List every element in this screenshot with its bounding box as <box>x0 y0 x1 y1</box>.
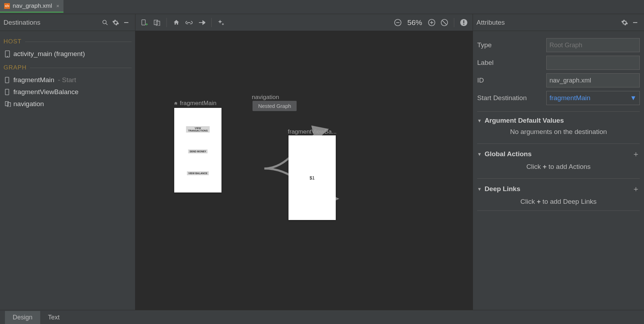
svg-rect-6 <box>5 89 9 95</box>
attr-label-label: Label <box>477 59 543 67</box>
svg-line-1 <box>106 23 108 25</box>
chevron-down-icon: ▼ <box>630 94 637 102</box>
host-item-label: activity_main (fragment) <box>13 50 85 58</box>
bottom-tab-bar: Design Text <box>0 310 644 324</box>
tab-text[interactable]: Text <box>40 311 67 324</box>
minimize-icon[interactable] <box>121 17 132 28</box>
collapse-triangle-icon: ▼ <box>477 118 482 123</box>
graph-item-name: fragmentViewBalance <box>13 88 78 96</box>
fragmentmain-preview[interactable]: VIEW TRANSACTIONS SEND MONEY VIEW BALANC… <box>174 108 221 192</box>
graph-item-navigation[interactable]: navigation <box>4 98 132 110</box>
arrow-right-icon[interactable] <box>196 17 207 28</box>
home-icon[interactable] <box>171 17 182 28</box>
navigation-label: navigation <box>252 94 279 101</box>
argument-default-values-header[interactable]: ▼ Argument Default Values <box>477 111 640 124</box>
host-section-label: HOST <box>4 38 132 45</box>
device-icon <box>5 77 10 83</box>
svg-rect-7 <box>5 102 8 106</box>
mini-button-viewbalance: VIEW BALANCE <box>187 171 209 175</box>
global-actions-header[interactable]: ▼ Global Actions ＋ <box>477 143 640 159</box>
attr-type-label: Type <box>477 41 543 49</box>
add-deep-link-icon[interactable]: ＋ <box>632 184 640 194</box>
collapse-triangle-icon: ▼ <box>477 187 482 192</box>
attributes-header: Attributes <box>473 14 644 31</box>
new-destination-icon[interactable] <box>139 17 150 28</box>
mini-button-viewtransactions: VIEW TRANSACTIONS <box>186 126 210 133</box>
design-canvas-panel: 56% <box>135 14 473 310</box>
host-item-activity-main[interactable]: activity_main (fragment) <box>4 48 132 60</box>
attr-startdest-select[interactable]: fragmentMain ▼ <box>546 91 640 105</box>
destinations-title: Destinations <box>4 19 100 26</box>
deep-links-hint: Click + to add Deep Links <box>477 194 640 211</box>
svg-point-0 <box>103 20 106 24</box>
balance-value: $1 <box>310 175 315 181</box>
xml-file-icon: </> <box>4 3 10 9</box>
design-canvas[interactable]: fragmentMain VIEW TRANSACTIONS SEND MONE… <box>135 31 473 310</box>
svg-marker-15 <box>203 21 205 24</box>
graph-item-suffix: - Start <box>58 76 76 84</box>
attr-id-input[interactable] <box>546 73 640 87</box>
graph-item-fragmentviewbalance[interactable]: fragmentViewBalance <box>4 86 132 98</box>
fragmentviewbalance-preview[interactable]: $1 <box>288 135 336 220</box>
nested-graph-icon[interactable] <box>152 17 162 28</box>
nested-graph-chip[interactable]: Nested Graph <box>253 101 297 111</box>
device-icon <box>5 89 10 95</box>
gear-icon[interactable] <box>110 17 121 28</box>
graph-item-name: fragmentMain <box>13 76 54 84</box>
warning-icon[interactable] <box>458 17 469 28</box>
deep-links-header[interactable]: ▼ Deep Links ＋ <box>477 178 640 194</box>
fragmentviewbalance-label: fragmentViewBa... <box>288 128 337 135</box>
gear-icon[interactable] <box>619 17 630 28</box>
attr-label-input[interactable] <box>546 56 640 70</box>
fragmentmain-label: fragmentMain <box>174 100 217 107</box>
file-tab-label: nav_graph.xml <box>13 2 52 10</box>
device-icon <box>5 50 10 57</box>
search-icon[interactable] <box>100 17 110 28</box>
svg-rect-13 <box>156 21 160 26</box>
graph-item-fragmentmain[interactable]: fragmentMain - Start <box>4 74 132 86</box>
zoom-out-icon[interactable] <box>393 17 403 28</box>
editor-tab-bar: </> nav_graph.xml × <box>0 0 644 14</box>
sparkle-icon[interactable] <box>216 17 226 28</box>
link-icon[interactable] <box>184 17 194 28</box>
svg-line-22 <box>443 20 446 24</box>
attr-startdest-label: Start Destination <box>477 94 543 102</box>
svg-rect-9 <box>142 20 145 25</box>
zoom-in-icon[interactable] <box>426 17 437 28</box>
canvas-toolbar: 56% <box>135 14 473 31</box>
toolbar-separator <box>454 18 454 27</box>
nested-graph-icon <box>5 101 10 107</box>
mini-button-sendmoney: SEND MONEY <box>188 149 207 153</box>
svg-rect-5 <box>5 77 9 83</box>
destinations-panel: Destinations HOST activity_main (fragmen… <box>0 14 135 310</box>
argument-default-values-hint: No arguments on the destination <box>477 124 640 137</box>
zoom-reset-icon[interactable] <box>439 17 450 28</box>
attr-type-input[interactable] <box>546 38 640 52</box>
minimize-icon[interactable] <box>630 17 640 28</box>
svg-rect-25 <box>463 24 464 25</box>
graph-item-name: navigation <box>13 100 44 108</box>
collapse-triangle-icon: ▼ <box>477 152 482 157</box>
graph-section-label: GRAPH <box>4 64 132 71</box>
tab-design[interactable]: Design <box>5 311 40 324</box>
attr-startdest-value: fragmentMain <box>549 94 590 102</box>
svg-rect-24 <box>463 20 464 23</box>
attributes-title: Attributes <box>476 19 619 26</box>
file-tab-navgraph[interactable]: </> nav_graph.xml × <box>0 0 63 13</box>
add-global-action-icon[interactable]: ＋ <box>632 149 640 159</box>
svg-rect-12 <box>154 20 158 25</box>
close-icon[interactable]: × <box>55 3 60 9</box>
global-actions-hint: Click + to add Actions <box>477 159 640 172</box>
svg-rect-8 <box>7 103 11 107</box>
attr-id-label: ID <box>477 77 543 84</box>
zoom-level: 56% <box>405 18 424 27</box>
destinations-header: Destinations <box>0 14 135 31</box>
toolbar-separator <box>166 18 167 27</box>
toolbar-separator <box>211 18 212 27</box>
attributes-panel: Attributes Type Label ID Start Desti <box>473 14 644 310</box>
